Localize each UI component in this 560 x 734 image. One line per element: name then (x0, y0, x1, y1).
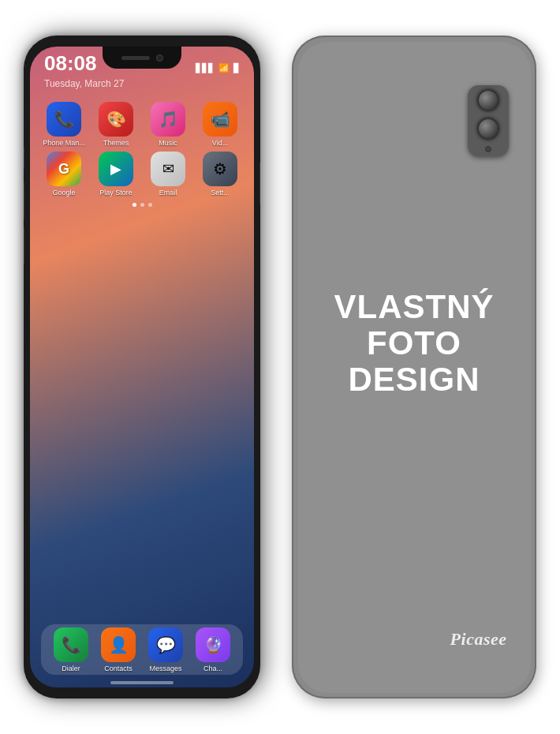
app-icon-themes: 🎨 (99, 102, 133, 137)
app-video[interactable]: 📹 Vid... (198, 102, 242, 147)
app-label-themes: Themes (103, 139, 129, 147)
app-phone-manager[interactable]: 📞 Phone Man... (42, 102, 86, 147)
scene: VLASTNÝ FOTO DESIGN Picasee 08:08 (0, 0, 560, 734)
app-icon-music: 🎵 (151, 102, 185, 137)
dock-app-messages[interactable]: 💬 Messages (144, 627, 188, 672)
phone-screen: 08:08 ▋▋▋ 📶 ▊ Tuesday, March 27 📞 Phone … (30, 47, 254, 687)
dot-3 (148, 203, 152, 207)
phone-body-front: 08:08 ▋▋▋ 📶 ▊ Tuesday, March 27 📞 Phone … (24, 36, 260, 698)
dock: 📞 Dialer 👤 Contacts 💬 Messages 🔮 Cha... (41, 624, 243, 675)
case-design-text: VLASTNÝ FOTO DESIGN (318, 289, 510, 399)
app-icon-email: ✉ (151, 152, 185, 186)
dock-app-dialer[interactable]: 📞 Dialer (49, 627, 93, 672)
volume-down-button (24, 227, 24, 264)
app-label-settings: Sett... (211, 189, 230, 197)
dock-label-messages: Messages (149, 665, 181, 672)
app-play-store[interactable]: ▶ Play Store (94, 152, 138, 197)
case-inner: VLASTNÝ FOTO DESIGN Picasee (298, 42, 531, 693)
signal-icon: ▋▋▋ (196, 63, 215, 73)
case-text-line2: FOTO (334, 325, 494, 361)
dock-icon-chat: 🔮 (196, 627, 230, 662)
app-settings[interactable]: ⚙ Sett... (198, 152, 242, 197)
mute-button (24, 146, 24, 170)
status-date: Tuesday, March 27 (44, 78, 124, 89)
dot-1 (133, 203, 136, 207)
app-label-google: Google (52, 189, 75, 197)
app-icon-play-store: ▶ (99, 152, 133, 186)
case-text-line3: DESIGN (334, 361, 494, 398)
camera-flash (485, 146, 491, 152)
app-music[interactable]: 🎵 Music (146, 102, 190, 147)
app-google[interactable]: G Google (42, 152, 86, 197)
app-label-video: Vid... (212, 139, 228, 147)
camera-lens-2 (477, 118, 499, 140)
volume-up-button (24, 182, 24, 219)
dock-app-contacts[interactable]: 👤 Contacts (96, 627, 140, 672)
app-icon-phone-manager: 📞 (47, 102, 81, 137)
camera-lens-1 (477, 89, 499, 111)
app-label-email: Email (159, 189, 177, 197)
app-row-2: G Google ▶ Play Store ✉ Ema (38, 152, 246, 197)
speaker (121, 56, 150, 60)
status-time: 08:08 (44, 53, 97, 73)
page-dots (38, 203, 246, 207)
camera-bump (468, 85, 509, 156)
dock-app-chat[interactable]: 🔮 Cha... (191, 627, 235, 672)
home-content: 📞 Phone Man... 🎨 Themes 🎵 Music 📹 Vid... (30, 94, 254, 624)
power-button (259, 162, 260, 205)
app-icon-settings: ⚙ (203, 152, 237, 186)
dock-icon-messages: 💬 (148, 627, 183, 662)
wifi-icon: 📶 (218, 63, 230, 73)
dock-icon-contacts: 👤 (101, 627, 136, 662)
app-email[interactable]: ✉ Email (146, 152, 190, 197)
dock-label-dialer: Dialer (62, 665, 80, 672)
dock-label-chat: Cha... (203, 665, 222, 672)
app-themes[interactable]: 🎨 Themes (94, 102, 138, 147)
app-row-1: 📞 Phone Man... 🎨 Themes 🎵 Music 📹 Vid... (38, 102, 246, 147)
dock-label-contacts: Contacts (104, 665, 133, 672)
phone-case-back: VLASTNÝ FOTO DESIGN Picasee (292, 36, 536, 698)
dock-icon-dialer: 📞 (54, 627, 88, 662)
front-camera (156, 54, 163, 62)
battery-icon: ▊ (233, 63, 240, 73)
status-icons: ▋▋▋ 📶 ▊ (196, 63, 240, 73)
brand-logo: Picasee (450, 629, 507, 650)
home-indicator (110, 681, 174, 684)
app-label-play-store: Play Store (99, 189, 133, 197)
app-label-music: Music (159, 139, 177, 147)
case-text-line1: VLASTNÝ (334, 289, 494, 325)
app-label-phone-manager: Phone Man... (43, 139, 85, 147)
dot-2 (140, 203, 144, 207)
notch (103, 47, 181, 69)
app-icon-video: 📹 (203, 102, 237, 137)
app-icon-google: G (47, 152, 81, 186)
